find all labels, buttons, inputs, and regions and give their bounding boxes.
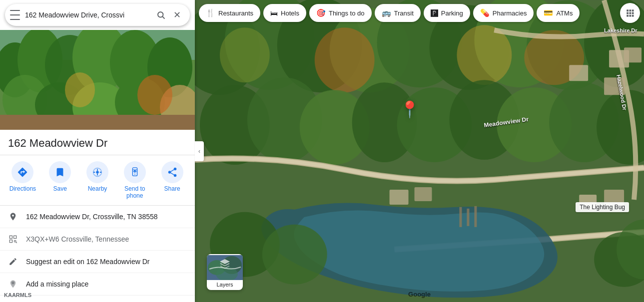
- location-pin[interactable]: 📍: [400, 100, 420, 119]
- svg-point-43: [220, 27, 270, 82]
- nav-chip-transit-label: Transit: [394, 9, 414, 17]
- svg-rect-26: [14, 236, 16, 238]
- svg-rect-27: [9, 240, 12, 243]
- action-buttons: Directions Save Nearby: [0, 155, 195, 206]
- send-to-phone-label: Send to phone: [120, 185, 150, 199]
- nav-chip-parking-label: Parking: [441, 9, 463, 17]
- search-input[interactable]: [25, 11, 153, 19]
- hotels-icon: 🛏: [270, 9, 278, 17]
- svg-rect-17: [0, 115, 195, 130]
- svg-line-23: [170, 173, 173, 175]
- left-panel: ✕ 162 Meadowview Dr: [0, 0, 195, 302]
- plus-code-icon: [8, 234, 18, 244]
- svg-rect-75: [627, 12, 629, 14]
- svg-rect-76: [630, 12, 632, 14]
- svg-rect-54: [624, 47, 642, 62]
- add-missing-icon: [8, 279, 18, 289]
- svg-rect-59: [390, 190, 409, 205]
- nav-chip-parking[interactable]: 🅿 Parking: [424, 4, 470, 22]
- send-to-phone-button[interactable]: Send to phone: [120, 161, 150, 199]
- atms-icon: 💳: [544, 8, 553, 17]
- directions-button[interactable]: Directions: [7, 161, 37, 199]
- directions-icon: [11, 161, 33, 183]
- svg-point-22: [173, 174, 176, 177]
- svg-point-28: [14, 240, 16, 242]
- svg-rect-72: [627, 9, 629, 11]
- svg-rect-61: [459, 207, 462, 227]
- svg-rect-74: [632, 9, 634, 11]
- map-area[interactable]: Meadowview Dr Lakeshire Dr Hazelwood Dr …: [195, 0, 644, 302]
- parking-icon: 🅿: [431, 9, 438, 17]
- nav-chip-transit[interactable]: 🚌 Transit: [375, 4, 421, 22]
- nav-chip-restaurants[interactable]: 🍴 Restaurants: [199, 4, 260, 22]
- save-button[interactable]: Save: [45, 161, 75, 199]
- suggest-edit-text: Suggest an edit on 162 Meadowview Dr: [26, 258, 149, 266]
- svg-rect-63: [474, 206, 477, 227]
- nearby-label: Nearby: [88, 185, 107, 192]
- svg-point-21: [168, 171, 171, 174]
- address-row[interactable]: 162 Meadowview Dr, Crossville, TN 38558: [0, 206, 195, 228]
- transit-icon: 🚌: [382, 8, 391, 17]
- search-button[interactable]: [153, 7, 169, 23]
- nav-chip-things-to-do[interactable]: 🎯 Things to do: [309, 4, 372, 22]
- share-icon: [161, 161, 183, 183]
- svg-rect-78: [627, 15, 629, 17]
- svg-point-65: [262, 225, 327, 285]
- add-missing-text: Add a missing place: [26, 280, 88, 288]
- nav-chip-things-to-do-label: Things to do: [329, 9, 365, 17]
- nearby-button[interactable]: Nearby: [82, 161, 112, 199]
- google-watermark: Google: [408, 291, 431, 298]
- plus-code-row[interactable]: X3QX+W6 Crossville, Tennessee: [0, 228, 195, 251]
- street-view-photo[interactable]: [0, 30, 195, 130]
- svg-point-18: [96, 171, 99, 174]
- suggest-edit-row[interactable]: Suggest an edit on 162 Meadowview Dr: [0, 251, 195, 273]
- svg-rect-55: [569, 65, 588, 81]
- svg-rect-80: [632, 15, 634, 17]
- plus-code-text: X3QX+W6 Crossville, Tennessee: [26, 235, 129, 243]
- share-label: Share: [164, 185, 180, 192]
- pharmacies-icon: 💊: [480, 8, 490, 17]
- grid-menu-button[interactable]: [620, 3, 640, 23]
- place-title: 162 Meadowview Dr: [8, 137, 187, 150]
- svg-line-24: [170, 170, 173, 172]
- svg-line-1: [162, 16, 164, 18]
- svg-point-20: [173, 168, 176, 171]
- nav-chip-atms-label: ATMs: [556, 9, 573, 17]
- collapse-handle[interactable]: ‹: [195, 141, 204, 161]
- svg-rect-79: [630, 15, 632, 17]
- map-background: Meadowview Dr Lakeshire Dr Hazelwood Dr …: [195, 0, 644, 302]
- svg-rect-25: [9, 236, 12, 238]
- restaurants-icon: 🍴: [206, 8, 215, 17]
- save-icon: [49, 161, 71, 183]
- svg-text:Lakeshire Dr: Lakeshire Dr: [604, 27, 638, 33]
- share-button[interactable]: Share: [157, 161, 187, 199]
- svg-point-16: [65, 72, 95, 107]
- directions-label: Directions: [9, 185, 36, 192]
- close-button[interactable]: ✕: [169, 7, 185, 23]
- nav-chip-atms[interactable]: 💳 ATMs: [537, 4, 580, 22]
- svg-rect-77: [632, 12, 634, 14]
- save-label: Save: [53, 185, 67, 192]
- layers-button[interactable]: Layers: [207, 254, 243, 290]
- lighting-bug-label[interactable]: The Lighting Bug: [576, 202, 629, 212]
- things-to-do-icon: 🎯: [316, 8, 326, 17]
- svg-point-0: [158, 12, 163, 17]
- nearby-icon: [86, 161, 108, 183]
- location-icon: [8, 212, 18, 222]
- search-bar: ✕: [5, 4, 190, 26]
- hamburger-icon[interactable]: [10, 10, 20, 20]
- nav-chip-restaurants-label: Restaurants: [218, 9, 253, 17]
- nav-chip-pharmacies[interactable]: 💊 Pharmacies: [473, 4, 534, 22]
- nav-chip-hotels-label: Hotels: [281, 9, 299, 17]
- svg-rect-62: [467, 209, 469, 226]
- top-nav: 🍴 Restaurants 🛏 Hotels 🎯 Things to do 🚌 …: [195, 0, 644, 26]
- svg-rect-73: [630, 9, 632, 11]
- layers-label: Layers: [216, 280, 233, 289]
- nav-chip-hotels[interactable]: 🛏 Hotels: [263, 4, 306, 22]
- info-rows: 162 Meadowview Dr, Crossville, TN 38558 …: [0, 206, 195, 302]
- edit-icon: [8, 257, 18, 267]
- svg-point-15: [137, 75, 172, 115]
- place-title-section: 162 Meadowview Dr: [0, 130, 195, 155]
- svg-rect-60: [415, 187, 432, 201]
- kaarmls-watermark: KAARMLS: [4, 292, 31, 298]
